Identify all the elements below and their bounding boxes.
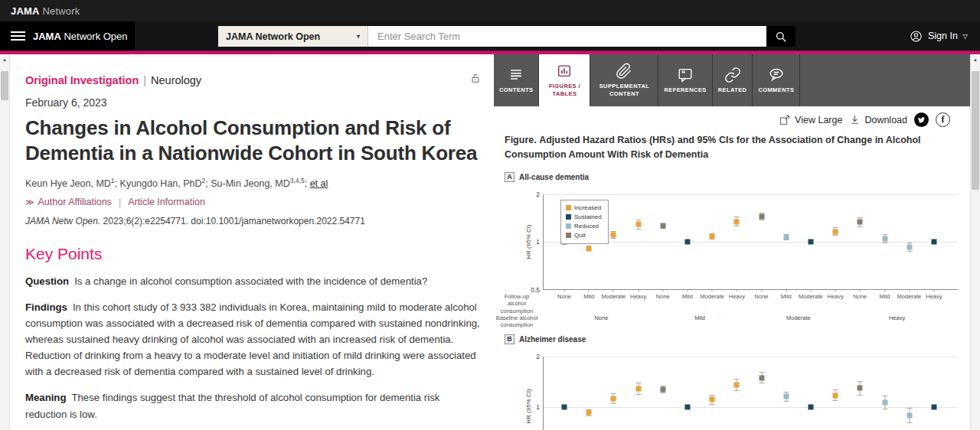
data-point xyxy=(635,222,641,227)
hamburger-menu-icon[interactable] xyxy=(11,31,25,41)
data-point xyxy=(833,393,838,398)
data-point xyxy=(734,219,740,224)
tab-supplemental-content[interactable]: SUPPLEMENTAL CONTENT xyxy=(590,54,658,106)
sign-in-button[interactable]: Sign In ▽ xyxy=(910,21,968,50)
x-tick-label: Mild xyxy=(583,293,594,300)
view-large-icon xyxy=(779,114,791,126)
x-tick-label: Heavy xyxy=(729,293,745,300)
data-point xyxy=(635,386,641,391)
scrollbar-thumb[interactable] xyxy=(972,71,979,190)
data-point xyxy=(808,239,813,245)
article-subject[interactable]: Neurology xyxy=(151,74,201,86)
x-tick-label: Heavy xyxy=(926,293,942,300)
search-icon xyxy=(774,30,788,44)
download-icon xyxy=(849,114,861,125)
data-point xyxy=(611,396,616,401)
twitter-share-button[interactable] xyxy=(914,112,929,127)
tab-contents[interactable]: CONTENTS xyxy=(494,54,539,106)
tab-related[interactable]: RELATED xyxy=(713,54,753,106)
download-button[interactable]: Download xyxy=(849,114,907,125)
data-point xyxy=(562,404,567,409)
right-scrollbar[interactable]: ▲ xyxy=(970,54,980,430)
y-tick-label: 2 xyxy=(536,191,540,198)
sign-in-label: Sign In xyxy=(928,31,958,41)
chart-alzheimer-disease: HR (95% CI)210.5NoneMildModerateHeavyNon… xyxy=(543,357,958,430)
svg-text:“: “ xyxy=(681,69,686,78)
data-point xyxy=(858,386,863,391)
divider: | xyxy=(143,74,146,86)
x-tick-label: Heavy xyxy=(827,293,843,300)
journal-menu-button[interactable]: JAMA Network Open xyxy=(0,21,135,50)
x-tick-label: Mild xyxy=(880,293,890,300)
jama-article-page: JAMA Network JAMA Network Open JAMA Netw… xyxy=(0,0,980,430)
x-tick-label: None xyxy=(853,293,867,300)
key-points-meaning: MeaningThese findings suggest that the t… xyxy=(25,389,483,422)
baseline-group-label: Heavy xyxy=(889,314,905,321)
baseline-group-label: None xyxy=(594,314,608,321)
search-scope-value: JAMA Network Open xyxy=(226,31,320,42)
data-point xyxy=(586,410,592,415)
author-list: Keun Hye Jeon, MD1; Kyungdo Han, PhD2; S… xyxy=(25,177,483,189)
legend-item: Reduced xyxy=(566,222,602,231)
data-point xyxy=(684,404,690,409)
references-icon: “ xyxy=(677,67,694,83)
publish-date: February 6, 2023 xyxy=(25,96,483,109)
data-point xyxy=(931,239,936,245)
article-information-link[interactable]: Article Information xyxy=(128,197,205,207)
y-tick-label: 1 xyxy=(536,403,540,411)
jama-network-topbar: JAMA Network xyxy=(0,0,980,21)
tab-comments[interactable]: COMMENTS xyxy=(753,54,800,106)
user-icon xyxy=(910,30,923,43)
tab-references[interactable]: “ REFERENCES xyxy=(658,54,712,106)
scrollbar-thumb[interactable] xyxy=(1,71,8,100)
chevron-down-icon: ▽ xyxy=(963,33,968,40)
data-point xyxy=(783,234,789,239)
baseline-group-label: Mild xyxy=(694,314,705,321)
data-point xyxy=(858,220,863,225)
related-link-icon xyxy=(724,67,741,83)
data-point xyxy=(734,382,740,387)
gridline xyxy=(544,194,958,195)
data-point xyxy=(759,375,764,380)
search-input[interactable] xyxy=(368,26,766,47)
x-tick-label: Heavy xyxy=(630,293,646,300)
data-point xyxy=(660,223,665,229)
scroll-up-arrow-icon[interactable]: ▲ xyxy=(971,54,980,65)
citation: JAMA Netw Open. 2023;6(2):e2254771. doi:… xyxy=(25,216,483,226)
data-point xyxy=(710,234,715,239)
author-links-row: ≫Author Affiliations|Article Information xyxy=(25,197,483,207)
facebook-share-button[interactable]: f xyxy=(936,112,950,127)
x-tick xyxy=(712,289,713,292)
data-point xyxy=(611,232,616,237)
tab-figures-tables[interactable]: FIGURES / TABLES xyxy=(539,54,590,106)
x-tick xyxy=(761,289,762,292)
x-tick-label: None xyxy=(656,293,670,300)
search-button[interactable] xyxy=(766,26,795,47)
brand-network: Network xyxy=(40,5,80,17)
paperclip-icon xyxy=(616,63,632,80)
legend-swatch xyxy=(566,205,571,210)
et-al-link[interactable]: et al xyxy=(310,178,328,189)
legend-item: Quit xyxy=(566,231,602,240)
x-tick xyxy=(687,289,688,292)
data-point xyxy=(586,246,592,251)
left-scrollbar[interactable]: ▲ xyxy=(0,54,10,430)
article-category[interactable]: Original Investigation xyxy=(25,74,139,86)
scroll-up-arrow-icon[interactable]: ▲ xyxy=(0,54,9,65)
figure-pane-tabs: CONTENTS FIGURES / TABLES SUPPLEMENTAL C… xyxy=(494,54,970,106)
select-caret-icon: ▾ xyxy=(357,33,360,40)
data-point xyxy=(931,404,936,409)
journal-navbar: JAMA Network Open JAMA Network Open ▾ Si… xyxy=(0,21,980,50)
data-point xyxy=(833,229,838,234)
panel-label-b: B xyxy=(505,334,514,344)
key-points-question: QuestionIs a change in alcohol consumpti… xyxy=(25,273,483,289)
author-affiliations-link[interactable]: Author Affiliations xyxy=(38,197,112,207)
figure-toolbar: View Large Download f xyxy=(494,106,970,127)
jama-network-logo[interactable]: JAMA Network xyxy=(11,5,80,17)
figures-tables-icon xyxy=(556,63,573,80)
view-large-button[interactable]: View Large xyxy=(779,114,842,126)
x-tick-label: Moderate xyxy=(602,293,626,300)
search-scope-select[interactable]: JAMA Network Open ▾ xyxy=(218,26,368,47)
x-tick xyxy=(786,289,786,292)
legend-item: Sustained xyxy=(566,213,602,222)
